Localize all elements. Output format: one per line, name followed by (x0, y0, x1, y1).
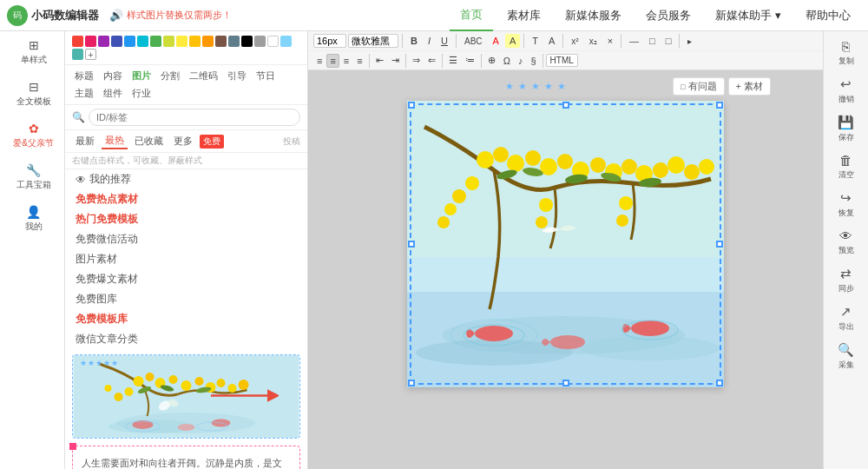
link-free-template-lib[interactable]: 免费模板库 (65, 309, 307, 329)
color-red[interactable] (72, 36, 83, 47)
cat-guide[interactable]: 引导 (223, 68, 251, 84)
btn-music[interactable]: ♪ (515, 54, 527, 68)
btn-box1[interactable]: □ (645, 34, 660, 48)
link-free-template[interactable]: 热门免费模板 (65, 209, 307, 229)
cat-component[interactable]: 组件 (99, 85, 127, 102)
search-tab-hot[interactable]: 最热 (102, 133, 128, 149)
btn-emoji[interactable]: ⊕ (484, 53, 499, 68)
btn-save[interactable]: 💾 保存 (826, 110, 866, 148)
color-yellow[interactable] (176, 36, 187, 47)
btn-box2[interactable]: □ (661, 34, 676, 48)
btn-align-right[interactable]: ≡ (340, 54, 352, 68)
nav-home[interactable]: 首页 (450, 0, 493, 31)
btn-special-char[interactable]: Ω (500, 54, 514, 68)
cat-divider[interactable]: 分割 (156, 68, 184, 84)
btn-redo[interactable]: ↪ 恢复 (826, 186, 866, 223)
btn-align-center[interactable]: ≡ (326, 54, 339, 68)
btn-font-a[interactable]: A (544, 34, 559, 48)
nav-media-service[interactable]: 新媒体服务 (555, 0, 632, 31)
link-free-viral[interactable]: 免费爆文素材 (65, 269, 307, 289)
sidebar-item-full-template[interactable]: ⊟ 全文模板 (0, 73, 64, 115)
add-material-btn[interactable]: + 素材 (728, 77, 771, 96)
btn-bold[interactable]: B (406, 34, 422, 48)
sidebar-item-tools[interactable]: 🔧 工具宝箱 (0, 156, 64, 198)
cat-holiday[interactable]: 节日 (252, 68, 279, 84)
color-grey[interactable] (254, 36, 266, 47)
cat-content[interactable]: 内容 (99, 68, 127, 84)
cat-theme[interactable]: 主题 (70, 85, 98, 102)
link-free-hot[interactable]: 免费热点素材 (65, 189, 307, 209)
link-wechat-category[interactable]: 微信文章分类 (65, 329, 307, 349)
sidebar-item-single-style[interactable]: ⊞ 单样式 (0, 31, 64, 73)
btn-remove-format[interactable]: × (603, 34, 617, 48)
btn-collect[interactable]: 🔍 采集 (826, 338, 866, 375)
color-bluegrey[interactable] (228, 36, 240, 47)
btn-list-ul[interactable]: ☰ (445, 53, 461, 68)
btn-text-style[interactable]: T (528, 34, 542, 48)
contribute-link[interactable]: 投稿 (283, 135, 300, 148)
btn-copy[interactable]: ⎘ 复制 (826, 35, 866, 71)
btn-subscript[interactable]: x₂ (585, 35, 602, 48)
cat-image[interactable]: 图片 (128, 68, 155, 84)
btn-preview[interactable]: 👁 预览 (826, 224, 866, 261)
link-free-activity[interactable]: 免费微信活动 (65, 229, 307, 249)
btn-undo[interactable]: ↩ 撤销 (826, 72, 866, 109)
color-lime[interactable] (163, 36, 174, 47)
btn-ltr[interactable]: ⇒ (409, 53, 424, 68)
btn-export[interactable]: ↗ 导出 (826, 300, 866, 337)
btn-underline[interactable]: U (437, 34, 452, 48)
btn-sync[interactable]: ⇄ 同步 (826, 261, 866, 299)
color-white[interactable] (267, 36, 279, 47)
color-orange[interactable] (202, 36, 214, 47)
color-add-btn[interactable]: + (85, 49, 96, 60)
btn-highlight-a[interactable]: A (505, 34, 520, 48)
color-purple[interactable] (98, 36, 109, 47)
font-name-input[interactable] (348, 34, 398, 48)
sidebar-item-holiday[interactable]: ✿ 爱&父亲节 (0, 115, 64, 156)
color-black[interactable] (241, 36, 253, 47)
sidebar-item-mine[interactable]: 👤 我的 (0, 198, 64, 240)
btn-html[interactable]: HTML (546, 54, 578, 67)
nav-materials[interactable]: 素材库 (496, 0, 551, 31)
template-text-card[interactable]: ● ● 人生需要面对和向往者开阔。沉静是内质，是文明，是发源地又是终点。在这两点… (72, 446, 300, 469)
btn-italic[interactable]: I (424, 34, 435, 48)
cat-qrcode[interactable]: 二维码 (185, 68, 222, 84)
cat-title[interactable]: 标题 (70, 68, 98, 84)
btn-section[interactable]: § (527, 54, 539, 68)
search-tab-more[interactable]: 更多 (170, 134, 196, 149)
cat-industry[interactable]: 行业 (128, 85, 155, 102)
nav-assistant[interactable]: 新媒体助手 ▾ (705, 0, 792, 31)
btn-superscript[interactable]: x² (567, 35, 582, 48)
btn-line[interactable]: — (625, 34, 643, 48)
search-input[interactable] (89, 109, 300, 126)
template-image-card[interactable]: ★ ★ ★ ★ ★ (72, 354, 300, 439)
color-brown[interactable] (215, 36, 227, 47)
btn-rtl[interactable]: ⇐ (424, 53, 439, 68)
color-indigo[interactable] (111, 36, 122, 47)
color-lightblue[interactable] (280, 36, 292, 47)
color-amber[interactable] (189, 36, 201, 47)
link-image-material[interactable]: 图片素材 (65, 249, 307, 269)
btn-indent-in[interactable]: ⇥ (388, 53, 403, 68)
font-size-input[interactable] (313, 34, 346, 48)
btn-abc[interactable]: ABC (460, 35, 487, 48)
btn-justify[interactable]: ≡ (353, 54, 365, 68)
nav-member[interactable]: 会员服务 (635, 0, 701, 31)
search-tab-saved[interactable]: 已收藏 (131, 134, 167, 149)
link-my-recommend[interactable]: 👁 我的推荐 (65, 169, 307, 189)
color-teal[interactable] (72, 49, 83, 60)
color-blue[interactable] (124, 36, 135, 47)
nav-help[interactable]: 帮助中心 (795, 0, 861, 31)
notice-btn[interactable]: □ 有问题 (673, 77, 725, 96)
btn-clear[interactable]: 🗑 清空 (826, 149, 866, 185)
btn-align-left[interactable]: ≡ (313, 54, 326, 68)
btn-color-a[interactable]: A (489, 34, 503, 48)
color-green[interactable] (150, 36, 161, 47)
link-free-image-lib[interactable]: 免费图库 (65, 289, 307, 309)
btn-list-ol[interactable]: ≔ (462, 53, 478, 68)
canvas-container[interactable] (407, 101, 724, 387)
color-pink[interactable] (85, 36, 96, 47)
search-tab-newest[interactable]: 最新 (72, 134, 98, 149)
btn-indent-out[interactable]: ⇤ (372, 53, 387, 68)
color-cyan[interactable] (137, 36, 148, 47)
